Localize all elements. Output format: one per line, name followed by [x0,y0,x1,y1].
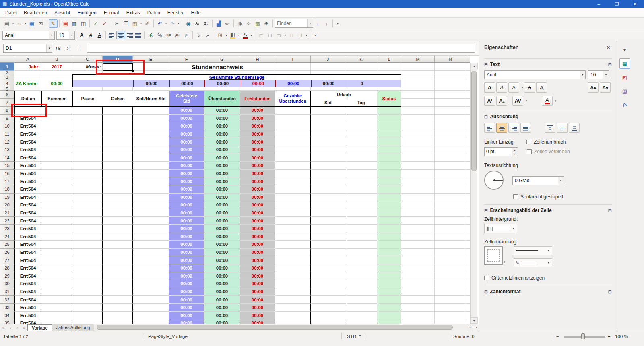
cell-N3[interactable] [435,74,466,80]
cell-N30[interactable] [435,280,466,288]
cell-H31[interactable]: 00:00 [240,288,275,296]
cell-A34[interactable]: Err:504 [14,312,41,320]
cell-D16[interactable] [103,170,133,178]
cell-L31[interactable] [377,288,401,296]
cell-H17[interactable]: 00:00 [240,177,275,185]
cell-E32[interactable] [133,296,169,304]
sidebar-strikethrough-icon[interactable]: A [524,82,535,93]
row-header-1[interactable]: 1 [0,63,14,71]
cell-L30[interactable] [377,280,401,288]
cell-K28[interactable] [345,264,377,272]
cell-M8[interactable] [401,107,435,115]
auto-spellcheck-icon[interactable]: ✓ [100,19,109,28]
cell-A25[interactable]: Err:504 [14,241,41,249]
cell-A12[interactable]: Err:504 [14,138,41,146]
row-header-26[interactable]: 26 [0,249,14,257]
cell-G20[interactable]: 00:00 [204,201,240,209]
insert-mode[interactable]: STD [347,334,356,339]
cell-D10[interactable] [103,122,133,130]
cell-A5[interactable] [14,87,41,91]
header-pause[interactable]: Pause [73,91,103,107]
cell-F12[interactable]: 00:00 [169,138,204,146]
row-header-23[interactable]: 23 [0,225,14,233]
cell-D17[interactable] [103,177,133,185]
font-name-dropdown-icon[interactable]: ▾ [49,31,54,39]
cell-F22[interactable]: 00:00 [169,217,204,225]
cell-D8[interactable] [103,107,133,115]
font-color-icon-dropdown[interactable]: ▾ [250,31,253,39]
cell-H27[interactable]: 00:00 [240,256,275,264]
row-header-34[interactable]: 34 [0,311,14,319]
cell-B10[interactable] [41,122,72,130]
cell-N22[interactable] [435,217,466,225]
cell-D27[interactable] [103,256,133,264]
column-header-k[interactable]: K [345,56,377,63]
cell-C29[interactable] [72,272,103,280]
cell-I29[interactable] [275,272,311,280]
sidebar-superscript-icon[interactable]: A¹ [484,96,495,106]
cell-G32[interactable]: 00:00 [204,296,240,304]
vertical-scrollbar-thumb[interactable] [471,71,477,171]
header-soll-norm[interactable]: Soll/Norm Std [133,91,169,107]
maximize-button[interactable]: ❐ [608,0,626,8]
text-dialog-launcher-icon[interactable]: ⊡ [608,62,612,67]
cell-N6[interactable] [435,91,466,99]
row-header-21[interactable]: 21 [0,209,14,217]
cell-reference-dropdown-icon[interactable]: ▾ [46,44,52,52]
cell-M31[interactable] [401,288,435,296]
cell-B31[interactable] [41,288,72,296]
cell-M16[interactable] [401,170,435,178]
rotation-combo[interactable]: 0 Grad ▾ [512,176,564,185]
cell-C25[interactable] [72,241,103,249]
cell-H29[interactable]: 00:00 [240,272,275,280]
cell-reference-box[interactable]: D1 ▾ [3,44,52,53]
cell-E22[interactable] [133,217,169,225]
row-header-5[interactable]: 5 [0,87,14,91]
sidebar-character-spacing-icon[interactable]: AV [512,96,523,106]
cell-D15[interactable] [103,162,133,170]
scroll-down-icon[interactable]: ▼ [471,317,478,324]
appearance-dialog-launcher-icon[interactable]: ⊡ [608,208,612,213]
cell-F10[interactable]: 00:00 [169,122,204,130]
cell-J18[interactable] [311,185,345,194]
cell-D19[interactable] [103,194,133,202]
cell-M21[interactable] [401,209,435,217]
cell-N15[interactable] [435,162,466,170]
cell-N1[interactable] [435,63,466,71]
line-style-combo[interactable]: ▾ [514,246,552,255]
cell-N11[interactable] [435,130,466,138]
cell-D32[interactable] [103,296,133,304]
cell-H15[interactable]: 00:00 [240,162,275,170]
cell-E16[interactable] [133,170,169,178]
cell-E24[interactable] [133,233,169,241]
cell-E14[interactable] [133,154,169,162]
cell-K12[interactable] [345,138,377,146]
cell-E11[interactable] [133,130,169,138]
cell-H33[interactable]: 00:00 [240,304,275,312]
align-objects-right-icon[interactable]: ⊐ [275,31,283,39]
cell-B32[interactable] [41,296,72,304]
cell-G11[interactable]: 00:00 [204,130,240,138]
cell-I12[interactable] [275,138,311,146]
edit-file-icon[interactable]: ✎ [49,19,58,28]
cell-K9[interactable] [345,115,377,123]
cell-H19[interactable]: 00:00 [240,194,275,202]
cell-background-picker[interactable]: ◧ ▾ [484,224,517,233]
cell-M13[interactable] [401,146,435,154]
cell-E21[interactable] [133,209,169,217]
cell-C34[interactable] [72,312,103,320]
rotation-dropdown-icon[interactable]: ▾ [558,177,564,185]
header-status[interactable]: Status [377,91,401,107]
cell-F33[interactable]: 00:00 [169,304,204,312]
cell-D14[interactable] [103,154,133,162]
cell-L1[interactable] [377,63,401,71]
cell-C18[interactable] [72,185,103,194]
open-icon[interactable]: ▱ [15,19,24,28]
cell-H35[interactable]: 00:00 [240,319,275,324]
row-header-11[interactable]: 11 [0,130,14,138]
cell-F5[interactable] [169,87,204,91]
cell-E19[interactable] [133,194,169,202]
section-number-format-header[interactable]: ⊞ Zahlenformat ⊡ [484,286,612,295]
redo-icon-dropdown[interactable]: ▾ [177,19,180,28]
left-indent-stepper[interactable]: 0 pt ▴ ▾ [484,147,518,156]
